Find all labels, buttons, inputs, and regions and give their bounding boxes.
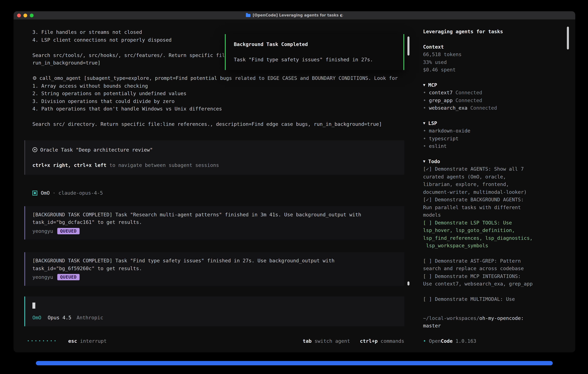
text-cursor	[32, 302, 35, 309]
pane-scrollbar-thumb[interactable]	[408, 36, 410, 55]
workspace-branch: master	[423, 322, 561, 330]
opencode-window: [OpenCode] Leveraging agents for tasks ◐…	[14, 11, 575, 352]
bullet-icon: •	[423, 89, 426, 96]
input-provider-name: Anthropic	[76, 314, 103, 322]
version-name-prefix: Open	[429, 337, 441, 345]
lsp-heading: LSP	[428, 119, 437, 127]
minimize-button[interactable]	[23, 13, 27, 17]
toast-title: Background Task Completed	[234, 41, 395, 48]
ctrlp-key-label: commands	[380, 337, 404, 345]
tool-call-item: 2. String operations on potentially unde…	[32, 90, 404, 97]
tool-call-line: ⚙call_omo_agent [subagent_type=explore, …	[32, 74, 404, 82]
tool-call-footer: Search src/ directory. Return specific f…	[32, 120, 404, 128]
pane-scrollbar-thumb[interactable]	[408, 281, 410, 285]
mcp-section: ▼ MCP • context7 Connected • grep_app Co…	[423, 81, 561, 112]
bullet-icon: •	[423, 127, 426, 135]
mcp-item: • grep_app Connected	[423, 96, 561, 104]
bullet-icon: •	[423, 96, 426, 104]
mcp-item: • context7 Connected	[423, 89, 561, 96]
terminal-pane: 3. File handles or streams not closed 4.…	[14, 20, 413, 352]
lsp-heading-row: ▼ LSP	[423, 119, 561, 127]
session-sidebar: Leveraging agents for tasks Context 66,5…	[413, 20, 575, 352]
status-left: •••••••• esc interrupt	[24, 337, 107, 345]
oracle-task-panel: Oracle Task "Deep architecture review" c…	[24, 140, 404, 175]
tool-call-item: 3. Division operations that could divide…	[32, 97, 404, 105]
tool-call-text: call_omo_agent [subagent_type=explore, p…	[40, 75, 398, 81]
window-title: [OpenCode] Leveraging agents for tasks ◐	[253, 13, 343, 18]
message-author: yeongyu	[32, 227, 53, 235]
version-name-suffix: Code	[441, 337, 452, 345]
lsp-item-name: markdown-oxide	[429, 127, 471, 135]
context-heading: Context	[423, 43, 561, 51]
agent-checkbox-icon	[32, 191, 37, 196]
todo-item-pending: [ ] Demonstrate MCP INTEGRATIONS: Use co…	[423, 272, 561, 288]
message-meta: yeongyu QUEUED	[32, 273, 397, 281]
esc-key-hint: esc	[68, 337, 77, 345]
zoom-button[interactable]	[30, 13, 33, 17]
hint-text: to navigate between subagent sessions	[106, 162, 219, 168]
context-tokens: 66,518 tokens	[423, 51, 561, 58]
tool-call-item: 4. Path operations that don't handle Win…	[32, 105, 404, 113]
oracle-bullseye-icon	[32, 147, 37, 152]
mcp-item-status: Connected	[455, 89, 482, 96]
tab-key-label: switch agent	[315, 337, 350, 345]
sidebar-scrollbar-thumb[interactable]	[567, 27, 569, 50]
workspace-prefix: ~/local-workspaces/	[423, 315, 479, 321]
background-task-message: [BACKGROUND TASK COMPLETED] Task "Resear…	[24, 206, 404, 239]
mcp-item-name: websearch_exa	[429, 104, 467, 112]
version-number: 1.0.163	[455, 337, 476, 345]
status-bar: •••••••• esc interrupt tab switch agent …	[24, 337, 404, 345]
tab-key-hint: tab	[303, 337, 312, 345]
input-meta: OmO Opus 4.5 Anthropic	[32, 314, 397, 322]
todo-item-done: [✓] Demonstrate BACKGROUND AGENTS: Run p…	[423, 196, 561, 219]
esc-key-label: interrupt	[80, 337, 107, 345]
input-line	[32, 301, 397, 309]
queued-badge: QUEUED	[57, 274, 79, 280]
agent-name: OmO	[41, 189, 50, 197]
context-spent: $0.46 spent	[423, 66, 561, 74]
hint-shortcut: ctrl+x right, ctrl+x left	[32, 162, 106, 168]
close-button[interactable]	[17, 13, 21, 17]
mcp-item: • websearch_exa Connected	[423, 104, 561, 112]
message-meta: yeongyu QUEUED	[32, 227, 397, 235]
bullet-icon: •	[423, 337, 426, 345]
todo-item-active: [ ] Demonstrate LSP TOOLS: Use lsp_hover…	[423, 219, 561, 249]
message-author: yeongyu	[32, 273, 53, 281]
input-agent-name: OmO	[32, 314, 41, 322]
lsp-item: • typescript	[423, 135, 561, 142]
mcp-heading-row: ▼ MCP	[423, 81, 561, 89]
bullet-icon: •	[423, 104, 426, 112]
spinner-dots-icon: ••••••••	[27, 337, 58, 345]
mcp-heading: MCP	[428, 81, 437, 89]
folder-icon	[246, 14, 250, 17]
lsp-item-name: typescript	[429, 135, 459, 142]
ctrlp-key-hint: ctrl+p	[360, 337, 378, 345]
todo-heading: Todo	[428, 157, 440, 165]
chevron-down-icon: ▼	[423, 157, 425, 165]
subagent-navigation-hint: ctrl+x right, ctrl+x left to navigate be…	[32, 161, 397, 169]
bottom-accent-bar	[36, 361, 553, 365]
lsp-item: • eslint	[423, 142, 561, 150]
agent-model: claude-opus-4-5	[58, 189, 103, 197]
todo-item-pending: [ ] Demonstrate AST-GREP: Pattern search…	[423, 257, 561, 272]
context-used: 33% used	[423, 58, 561, 66]
agent-header: OmO · claude-opus-4-5	[32, 189, 404, 197]
background-task-message: [BACKGROUND TASK COMPLETED] Task "Find t…	[24, 252, 404, 286]
opencode-version: • Open Code 1.0.163	[423, 337, 561, 345]
screen: [OpenCode] Leveraging agents for tasks ◐…	[0, 0, 588, 374]
todo-section: ▼ Todo [✓] Demonstrate AGENTS: Show all …	[423, 157, 561, 303]
lsp-section: ▼ LSP • markdown-oxide • typescript • es…	[423, 119, 561, 150]
session-title: Leveraging agents for tasks	[423, 28, 561, 35]
chevron-down-icon: ▼	[423, 119, 425, 127]
message-text: [BACKGROUND TASK COMPLETED] Task "Resear…	[32, 211, 397, 226]
chevron-down-icon: ▼	[423, 81, 425, 89]
toast-body: Task "Find type safety issues" finished …	[234, 56, 395, 63]
blank-line	[24, 113, 404, 120]
mcp-item-status: Connected	[470, 104, 497, 112]
prompt-input[interactable]: OmO Opus 4.5 Anthropic	[24, 296, 404, 326]
status-right: tab switch agent ctrl+p commands	[303, 337, 404, 345]
gear-icon: ⚙	[32, 75, 37, 81]
workspace-repo: oh-my-opencode:	[479, 315, 524, 321]
window-title-group: [OpenCode] Leveraging agents for tasks ◐	[246, 13, 343, 18]
message-text: [BACKGROUND TASK COMPLETED] Task "Find t…	[32, 257, 397, 272]
